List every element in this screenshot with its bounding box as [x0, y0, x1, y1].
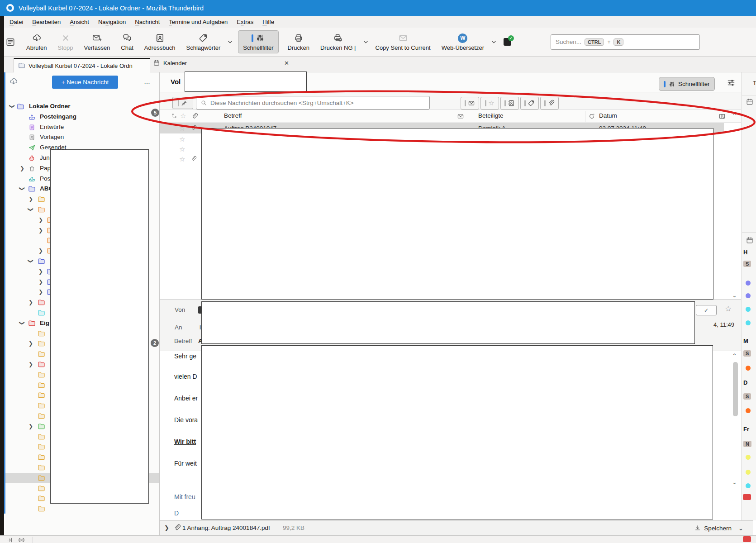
scroll-up-icon[interactable]: ⌃: [732, 112, 737, 119]
chevron-down-icon[interactable]: [227, 38, 233, 45]
menu-nachricht[interactable]: Nachricht: [131, 17, 164, 27]
expander-icon[interactable]: ❯: [38, 248, 43, 254]
attachment-column-icon[interactable]: [191, 113, 198, 120]
column-picker-icon[interactable]: [718, 113, 726, 120]
chat-button[interactable]: Chat: [121, 33, 133, 51]
stopp-button[interactable]: Stopp: [58, 33, 73, 51]
save-attachment-button[interactable]: Speichern: [694, 524, 732, 532]
expander-icon[interactable]: ❯: [20, 165, 24, 171]
column-subject[interactable]: Betreff: [224, 112, 242, 119]
filter-attachments-button[interactable]: [540, 97, 559, 110]
event-chip[interactable]: N: [743, 441, 751, 447]
filter-starred-button[interactable]: ☆: [480, 97, 499, 110]
calendar-icon[interactable]: [746, 236, 754, 244]
spaces-button[interactable]: [5, 37, 15, 47]
schnellfilter-button[interactable]: Schnellfilter: [238, 30, 278, 53]
event-chip[interactable]: S: [743, 393, 751, 400]
event-chip[interactable]: S: [743, 261, 751, 267]
event-chip[interactable]: S: [743, 350, 751, 357]
filter-tags-button[interactable]: [520, 97, 539, 110]
menu-ansicht[interactable]: Ansicht: [66, 17, 93, 27]
expander-icon[interactable]: ❯: [38, 268, 43, 275]
expander-icon[interactable]: ❯: [28, 259, 34, 263]
close-tab-icon[interactable]: ✕: [284, 60, 289, 67]
menu-termine-und-aufgaben[interactable]: Termine und Aufgaben: [165, 17, 232, 27]
star-icon[interactable]: ☆: [179, 136, 185, 143]
sticky-filter-button[interactable]: [172, 97, 193, 109]
folder-row[interactable]: [5, 504, 159, 514]
filter-contacts-button[interactable]: [500, 97, 519, 110]
goto-icon[interactable]: [6, 537, 13, 543]
quickfilter-toggle-button[interactable]: Schnellfilter: [659, 77, 715, 91]
unread-column-icon[interactable]: [457, 113, 464, 120]
filter-unread-button[interactable]: [461, 97, 479, 110]
tab-mail-folder[interactable]: Volleyball Kurbel 07-2024 - Lokale Ordn: [14, 58, 150, 72]
expander-icon[interactable]: ❯: [19, 186, 25, 191]
chevron-down-icon[interactable]: [362, 38, 369, 45]
date-sort-icon[interactable]: [588, 113, 595, 120]
folder-label: Eig: [40, 319, 49, 326]
toolbar-search-input[interactable]: Suchen... CTRL + K: [551, 34, 700, 50]
folder-row-lokale-ordner[interactable]: ❯Lokale Ordner: [5, 101, 159, 112]
menu-extras[interactable]: Extras: [233, 17, 257, 27]
tab-calendar[interactable]: Kalender: [153, 59, 187, 67]
mark-read-button[interactable]: ✓: [696, 305, 717, 315]
save-options-chevron-icon[interactable]: ⌄: [738, 524, 743, 532]
body-scroll-up-icon[interactable]: ⌃: [732, 352, 737, 359]
web-bersetzer-button[interactable]: WWeb-Übersetzer: [442, 33, 484, 51]
menu-hilfe[interactable]: Hilfe: [258, 17, 278, 27]
attachment-expander-icon[interactable]: ❯: [164, 524, 169, 531]
scrollbar-thumb[interactable]: [733, 362, 738, 416]
event-chip[interactable]: [743, 536, 751, 542]
folder-row-vorlagen[interactable]: Vorlagen: [5, 132, 159, 143]
drucken-ng-button[interactable]: Drucken NG |: [320, 33, 356, 51]
expander-icon[interactable]: ❯: [19, 321, 25, 325]
new-message-button[interactable]: + Neue Nachricht: [52, 76, 118, 89]
star-column-icon[interactable]: ☆: [180, 112, 186, 119]
menu-datei[interactable]: Datei: [5, 17, 27, 27]
drucken-button[interactable]: Drucken: [288, 33, 309, 51]
message-list-display-options-icon[interactable]: [726, 78, 736, 88]
calendar-icon[interactable]: [746, 98, 754, 106]
star-icon[interactable]: ☆: [179, 146, 185, 152]
expander-icon[interactable]: ❯: [29, 423, 33, 429]
chevron-down-icon[interactable]: [490, 38, 497, 45]
adressbuch-button[interactable]: Adressbuch: [144, 33, 176, 51]
attachment-name[interactable]: 1 Anhang: Auftrag 24001847.pdf: [182, 524, 270, 531]
list-scroll-down-icon[interactable]: ⌄: [732, 292, 737, 299]
printer-icon: [294, 33, 304, 43]
body-scroll-down-icon[interactable]: ⌄: [732, 479, 737, 486]
expander-icon[interactable]: ❯: [38, 227, 43, 233]
event-chip[interactable]: [743, 494, 751, 500]
expander-icon[interactable]: ❯: [9, 104, 15, 109]
menu-bearbeiten[interactable]: Bearbeiten: [28, 17, 65, 27]
menu-navigation[interactable]: Navigation: [94, 17, 130, 27]
folder-row-posteingang[interactable]: Posteingang: [5, 112, 159, 122]
stop-x-icon: [61, 33, 71, 43]
expander-icon[interactable]: ❯: [29, 196, 33, 202]
expander-icon[interactable]: ❯: [29, 299, 33, 305]
copy-sent-to-current-button[interactable]: Copy Sent to Current: [376, 33, 431, 51]
get-messages-icon[interactable]: [9, 77, 18, 86]
expander-icon[interactable]: ❯: [38, 217, 43, 223]
message-search-input[interactable]: Diese Nachrichten durchsuchen <Strg+Umsc…: [196, 96, 430, 110]
expander-icon[interactable]: ❯: [29, 361, 33, 367]
folder-row-entwürfe[interactable]: Entwürfe: [5, 122, 159, 133]
expander-icon[interactable]: ❯: [38, 289, 43, 295]
verfassen-button[interactable]: Verfassen: [84, 33, 110, 51]
column-date[interactable]: Datum: [599, 112, 617, 119]
star-icon[interactable]: ☆: [179, 156, 185, 162]
day-header: Fr: [743, 426, 749, 433]
folder-pane-options-button[interactable]: …: [144, 78, 151, 85]
column-participants[interactable]: Beteiligte: [478, 112, 504, 119]
addon-button[interactable]: ✓: [504, 38, 511, 46]
expander-icon[interactable]: ❯: [38, 279, 43, 285]
star-icon[interactable]: ☆: [179, 125, 185, 132]
expander-icon[interactable]: ❯: [28, 207, 34, 212]
abrufen-button[interactable]: Abrufen: [26, 33, 47, 51]
thread-column-icon[interactable]: [171, 113, 178, 120]
schlagw-rter-button[interactable]: Schlagwörter: [186, 33, 220, 51]
star-message-icon[interactable]: ☆: [725, 305, 732, 312]
expander-icon[interactable]: ❯: [29, 340, 33, 347]
broadcast-icon[interactable]: [18, 537, 25, 543]
